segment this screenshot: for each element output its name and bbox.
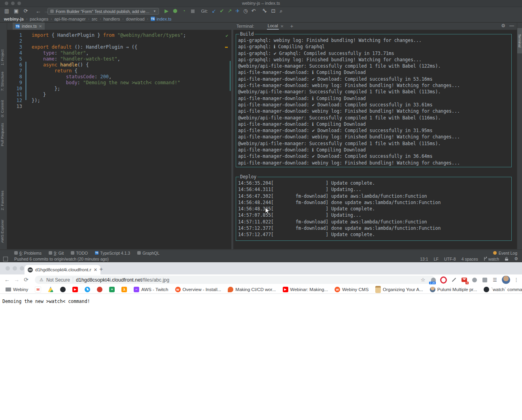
toolwindow-button-ts[interactable]: TSTypeScript 4.1.3 xyxy=(95,251,130,255)
close-icon[interactable]: ✕ xyxy=(94,267,97,272)
sidebar-item-pull-requests[interactable]: Pull Requests xyxy=(0,123,7,146)
editor-code[interactable]: import { HandlerPlugin } from "@webiny/h… xyxy=(32,32,231,110)
save-icon[interactable]: ▣ xyxy=(13,8,20,14)
toolwindow-button-graphql[interactable]: GraphQL xyxy=(137,251,159,255)
open-folder-icon[interactable]: ▥ xyxy=(3,8,10,14)
bookmark-item[interactable]: wWebiny CMS xyxy=(335,287,369,292)
history-icon[interactable]: ◷ xyxy=(242,8,249,14)
editor-body[interactable]: 12345678910111213 import { HandlerPlugin… xyxy=(7,30,231,249)
caret-position[interactable]: 13:1 xyxy=(420,257,428,261)
url-path: /files/abc.jpg xyxy=(142,277,169,283)
window-close-button[interactable] xyxy=(6,266,10,271)
breadcrumb-item[interactable]: api-file-manager xyxy=(54,17,85,21)
bookmark-item[interactable]: wOverview - Install... xyxy=(175,287,221,292)
git-cherrypick-icon[interactable]: ✈ xyxy=(234,8,241,14)
terminal-window-icon[interactable]: ⊡ xyxy=(270,8,277,14)
ts-icon: TS xyxy=(95,251,98,255)
bookmark-item[interactable]: ▶ xyxy=(72,287,78,292)
breadcrumb-item[interactable]: webiny-js xyxy=(4,17,24,21)
bookmark-item[interactable]: `watch` comman... xyxy=(484,287,522,292)
browser-toolbar: ← → ⟳ ⚠ Not Secure d1hgd8csopkt4i.cloudf… xyxy=(0,274,522,285)
wrench-icon[interactable]: 🔧︎ xyxy=(261,8,268,14)
back-icon[interactable]: ← xyxy=(35,8,42,14)
bookmark-item[interactable] xyxy=(48,287,53,292)
bookmark-item[interactable]: ⌐AWS - Twitch xyxy=(134,287,168,292)
rollback-icon[interactable]: ↶ xyxy=(250,8,257,14)
run-coverage-button[interactable]: ◔ xyxy=(180,8,187,14)
mail-extension-icon[interactable]: 5 xyxy=(461,276,467,283)
misc-extension-icon[interactable] xyxy=(471,276,478,283)
bookmark-item[interactable] xyxy=(60,287,66,292)
bookmark-item[interactable]: Making CI/CD wor... xyxy=(228,287,276,292)
bookmark-item[interactable]: M xyxy=(35,286,41,293)
stop-button[interactable] xyxy=(189,8,196,14)
git-push-icon[interactable]: ↗ xyxy=(226,8,233,14)
indent-setting[interactable]: 4 spaces xyxy=(461,257,478,261)
address-bar[interactable]: ⚠ Not Secure d1hgd8csopkt4i.cloudfront.n… xyxy=(35,276,435,284)
bookmark-item[interactable]: Pulumi Multiple pr... xyxy=(430,287,477,292)
toolwindow-button-todo[interactable]: TODO xyxy=(71,251,88,255)
toolwindow-button-problems[interactable]: 6: Problems xyxy=(14,251,42,255)
new-terminal-button[interactable]: ＋ xyxy=(289,23,294,30)
breadcrumb-item[interactable]: TSindex.ts xyxy=(151,17,172,21)
eyedropper-extension-icon[interactable] xyxy=(450,276,457,283)
breadcrumb-item[interactable]: handlers xyxy=(103,17,120,21)
sidebar-item--structure[interactable]: 7: Structure xyxy=(0,72,7,91)
encoding[interactable]: UTF-8 xyxy=(444,257,456,261)
run-button[interactable]: ▶ xyxy=(163,8,170,14)
editor-tab-index-ts[interactable]: TS index.ts ✕ xyxy=(13,23,45,30)
browser-tab[interactable]: d1hgd8csopkt4i.cloudfront.ne ✕ xyxy=(25,265,100,274)
line-ending[interactable]: LF xyxy=(434,257,439,261)
window-minimize-button[interactable] xyxy=(13,266,17,271)
puzzle-extensions-icon[interactable] xyxy=(481,276,488,283)
bookmark-item[interactable]: Organizing Your A... xyxy=(375,286,423,293)
event-log-button[interactable]: Event Log xyxy=(493,251,517,255)
bookmark-item[interactable]: ▶Webinar: Making... xyxy=(283,287,328,292)
terminal-side-tab[interactable]: Terminal xyxy=(517,28,522,53)
timer-extension-icon[interactable]: 2.26 xyxy=(430,276,437,283)
git-commit-icon[interactable]: ✔ xyxy=(218,8,225,14)
sidebar-item--favorites[interactable]: 2: Favorites xyxy=(0,191,7,210)
reload-icon[interactable]: ⟳ xyxy=(22,276,30,284)
sidebar-item--commit[interactable]: 0: Commit xyxy=(0,100,7,117)
bookmark-item[interactable]: Webiny xyxy=(6,287,28,292)
gear-icon[interactable]: ⚙ xyxy=(514,256,518,261)
box-icon xyxy=(375,286,381,293)
browser-menu-icon[interactable]: ⋮ xyxy=(514,277,519,283)
breadcrumb-item[interactable]: src xyxy=(92,17,98,21)
sidebar-item-aws-explorer[interactable]: AWS Explorer xyxy=(0,219,7,243)
forward-icon[interactable]: → xyxy=(13,276,21,284)
search-everywhere-icon[interactable]: ⌕ xyxy=(278,8,285,14)
ide-titlebar: webiny-js – index.ts xyxy=(0,0,522,7)
terminal-tab-local[interactable]: Local xyxy=(267,23,279,30)
new-tab-button[interactable]: ＋ xyxy=(98,265,104,273)
extensions-row: ☆ 2.26 5 ☰ ⋮ xyxy=(420,276,519,284)
breadcrumb-item[interactable]: packages xyxy=(30,17,48,21)
profile-avatar[interactable] xyxy=(502,276,510,284)
opera-extension-icon[interactable] xyxy=(440,276,447,283)
toolwindow-button-git[interactable]: 9: Git xyxy=(49,251,64,255)
bookmark-item[interactable]: 🐦︎ xyxy=(85,287,90,292)
git-update-icon[interactable]: ↙ xyxy=(210,8,218,14)
breadcrumb-item[interactable]: download xyxy=(126,17,145,21)
playlist-extension-icon[interactable]: ☰ xyxy=(492,276,498,283)
tool-window-toggle-icon[interactable] xyxy=(3,257,8,261)
bookmark-star-icon[interactable]: ☆ xyxy=(420,276,426,283)
close-icon[interactable]: ✕ xyxy=(39,24,42,28)
debug-button[interactable]: ⬢ xyxy=(172,8,179,14)
terminal-settings-icon[interactable]: ⚙ xyxy=(501,23,505,28)
terminal-minimize-icon[interactable]: — xyxy=(509,23,514,28)
terminal-body[interactable]: Build api-graphql: webiny log: Finished … xyxy=(233,30,517,249)
bookmark-item[interactable]: λ xyxy=(121,287,127,292)
lock-icon[interactable] xyxy=(505,257,509,261)
back-icon[interactable]: ← xyxy=(3,276,11,284)
bookmark-item[interactable]: + xyxy=(109,287,115,292)
git-branch-widget[interactable]: watch xyxy=(484,257,499,261)
bookmark-item[interactable] xyxy=(97,287,102,292)
sync-icon[interactable]: ⟳ xyxy=(22,8,29,14)
run-config-dropdown[interactable]: Form Builder "Form" Test.should publish,… xyxy=(47,8,159,15)
folder-icon xyxy=(6,288,11,291)
close-icon[interactable]: ✕ xyxy=(280,24,284,28)
sidebar-item--project[interactable]: 1: Project xyxy=(0,49,7,65)
window-zoom-button[interactable] xyxy=(20,266,24,271)
